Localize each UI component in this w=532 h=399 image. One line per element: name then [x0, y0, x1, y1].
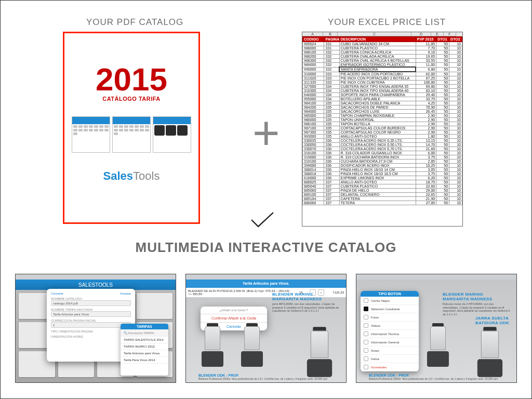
modal-question: ¿Añadir a la Cesta ?	[201, 307, 267, 314]
accept-button[interactable]: Aceptar	[120, 292, 131, 295]
field-catalog-name[interactable]: catalogo 2014.pdf	[51, 300, 131, 306]
menu-item[interactable]: Notas	[361, 347, 419, 355]
pdf-subtitle: CATÁLOGO TARIFA	[64, 96, 198, 102]
product-caption: BLENDER ODK - PROF. Batidora Profesional…	[369, 374, 498, 380]
field-tarifa[interactable]: Tarifa Articulos para Vinos.	[51, 311, 131, 317]
screenshot-button-menu: TIPO BOTON Carrito NegroSelección Cuadra…	[356, 274, 517, 383]
product-title: BLENDER WARING MARGARITA MADNESS	[272, 292, 340, 301]
pdf-year: 2015	[64, 63, 198, 96]
product-desc: jarra MP/1490M, con dos velocidades. ¡Ca…	[272, 302, 340, 313]
menu-item-icon	[364, 348, 368, 353]
menu-title: TIPO BOTON	[361, 291, 419, 297]
app-titlebar: SALESTOOLS	[16, 280, 176, 290]
excel-column-letters: ABCDEF	[302, 32, 462, 36]
tarifa-item[interactable]: TARIFA SALESTOOLS 2014	[121, 337, 168, 343]
confirm-button[interactable]: Confirmar Añadir a la Cesta	[201, 314, 267, 322]
checkmark-icon	[250, 211, 275, 230]
product-title: BLENDER WARING MARGARITA MADNESS	[443, 292, 510, 301]
label-orientation-h: ORIENTACIÓN HORIZ.	[51, 335, 131, 338]
menu-item[interactable]: Información General	[361, 338, 419, 347]
blender-image-right	[474, 330, 506, 377]
menu-item-icon	[364, 315, 368, 320]
product-info-right: BLENDER WARING MARGARITA MADNESS jarra M…	[272, 292, 340, 313]
popover-title: TARIFAS	[121, 324, 168, 329]
salestools-logo: SalesTools	[64, 169, 198, 183]
tarifa-item[interactable]: Tarifa Para Vinos 2014	[121, 357, 168, 364]
blender-image-left	[198, 326, 227, 367]
menu-item-icon	[364, 365, 368, 369]
tarifa-item[interactable]: Tarifa Articulos para Vinos.	[121, 350, 168, 357]
menu-item[interactable]: Índice	[361, 355, 419, 363]
screenshot-catalog-setup: SALESTOOLS CancelarAceptar NOMBRE CATALO…	[15, 274, 176, 383]
blender-image-left	[424, 326, 452, 367]
excel-price-list: ABCDEF CODIGOPAGINADESCRIPCIONPVP 2015DT…	[302, 32, 463, 227]
tarifa-item[interactable]: TARIFA WURKO 2012	[121, 343, 168, 350]
plus-icon: +	[252, 110, 280, 156]
menu-item[interactable]: Información Técnica	[361, 330, 419, 338]
pdf-screenshots	[72, 116, 191, 153]
screenshot-add-to-cart: Tarifa Articulos para Vinos. BLENDER DE …	[185, 274, 347, 383]
blender-image-right	[303, 330, 336, 377]
menu-item[interactable]: Fotos	[361, 313, 419, 322]
bottom-heading: MULTIMEDIA INTERACTIVE CATALOG	[1, 240, 531, 256]
menu-item-icon	[364, 331, 368, 336]
pdf-catalog-cover: 2015 CATÁLOGO TARIFA SalesTools	[63, 32, 200, 224]
product-bar: Tarifa Articulos para Vinos.	[186, 280, 346, 288]
jar-label: JARRA SUELTA BATIDORA ODK	[475, 316, 509, 325]
pdf-heading: YOUR PDF CATALOG	[86, 17, 183, 28]
screenshot-row: SALESTOOLS CancelarAceptar NOMBRE CATALO…	[15, 274, 517, 383]
excel-table: CODIGOPAGINADESCRIPCIONPVP 2015DTO1DTO29…	[302, 36, 462, 205]
menu-item[interactable]: Novedades	[361, 363, 419, 371]
menu-item[interactable]: Selección Cuadrante	[361, 305, 419, 313]
label-orientation: TIPO ORIENTACION PAGINA	[51, 330, 131, 333]
menu-item-icon	[364, 307, 368, 311]
cancel-button[interactable]: Cancelar	[51, 292, 63, 295]
menu-item[interactable]: Videos	[361, 322, 419, 330]
tarifas-popover: TARIFAS 🔍 Introduzca TARIFA TARIFA SALES…	[121, 324, 168, 376]
tarifa-search[interactable]: 🔍 Introduzca TARIFA	[121, 329, 168, 337]
product-caption: BLENDER ODK - PROF. Batidora Profesional…	[198, 374, 327, 380]
menu-item-icon	[364, 356, 368, 361]
menu-item-icon	[364, 323, 368, 328]
blender-image-mid	[238, 326, 266, 367]
product-desc: Robusto motor de 2 HP/1490M, con dos vel…	[443, 302, 510, 316]
field-correction[interactable]: 1	[51, 322, 131, 328]
excel-heading: YOUR EXCEL PRICE LIST	[328, 17, 446, 28]
menu-item[interactable]: Carrito Negro	[361, 297, 419, 305]
product-info-right: BLENDER WARING MARGARITA MADNESS Robusto…	[443, 292, 510, 316]
menu-item-icon	[364, 298, 368, 303]
menu-item-icon	[364, 340, 368, 344]
button-type-menu: TIPO BOTON Carrito NegroSelección Cuadra…	[361, 291, 419, 371]
